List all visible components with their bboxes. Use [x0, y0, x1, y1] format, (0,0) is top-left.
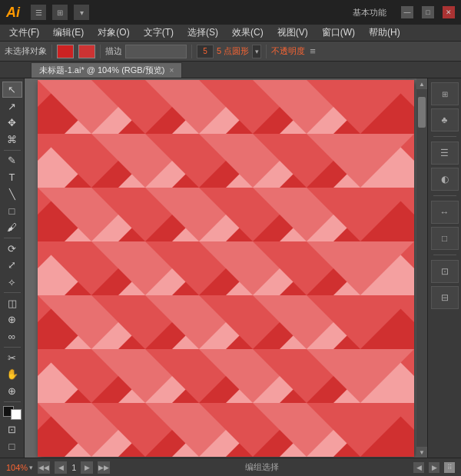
- status-bar: 104% ▾ ◀◀ ◀ 1 ▶ ▶▶ 编组选择 ◀ ▶ ⠿: [0, 458, 461, 476]
- nav-first-btn[interactable]: ◀◀: [38, 461, 50, 474]
- zoom-value: 104%: [6, 463, 28, 472]
- menu-icon[interactable]: ☰: [31, 5, 46, 20]
- menu-bar: 文件(F) 编辑(E) 对象(O) 文字(T) 选择(S) 效果(C) 视图(V…: [0, 25, 461, 42]
- tool-line[interactable]: ╲: [2, 186, 22, 202]
- tab-title: 未标题-1.ai* @ 104% (RGB/预览): [39, 65, 164, 76]
- right-panel: ⊞ ♣ ☰ ◐ ↔ □ ⊡ ⊟: [427, 78, 461, 458]
- panel-btn-3[interactable]: ☰: [431, 141, 459, 165]
- tool-pen[interactable]: ✎: [2, 153, 22, 169]
- status-text: 编组选择: [245, 461, 279, 473]
- toolbar-separator3: [4, 292, 21, 293]
- menu-window[interactable]: 窗口(W): [316, 25, 361, 41]
- maximize-button[interactable]: □: [422, 6, 434, 18]
- tool-blend[interactable]: ∞: [2, 328, 22, 345]
- status-left-arrow[interactable]: ◀: [413, 462, 424, 473]
- tab-close-button[interactable]: ×: [169, 66, 174, 75]
- dropdown-icon[interactable]: ▾: [74, 5, 89, 20]
- resize-handle[interactable]: ⠿: [444, 462, 455, 473]
- panel-separator3: [433, 255, 456, 255]
- toolbar-separator5: [4, 401, 21, 402]
- panel-separator2: [433, 195, 456, 196]
- menu-type[interactable]: 文字(T): [138, 25, 180, 41]
- tool-magic-wand[interactable]: ✥: [2, 115, 22, 131]
- tool-scale[interactable]: ⤢: [2, 258, 22, 274]
- tool-type[interactable]: T: [2, 169, 22, 185]
- toolbar-separator2: [4, 238, 21, 238]
- no-selection-label: 未选择对象: [5, 45, 47, 57]
- tool-hand[interactable]: ✋: [2, 366, 22, 382]
- panel-btn-7[interactable]: ⊡: [431, 260, 459, 283]
- stroke-swatch[interactable]: [11, 409, 22, 420]
- tool-screen-mode[interactable]: □: [2, 438, 22, 454]
- minimize-button[interactable]: —: [401, 6, 413, 18]
- panel-btn-8[interactable]: ⊟: [431, 286, 459, 309]
- scroll-thumb[interactable]: [418, 97, 426, 128]
- tool-rect[interactable]: □: [2, 203, 22, 219]
- tool-gradient[interactable]: ◫: [2, 295, 22, 311]
- preset-label: 基本功能: [353, 7, 386, 18]
- tool-eyedropper[interactable]: ⊕: [2, 311, 22, 328]
- canvas-area: ▲ ▼: [25, 78, 427, 458]
- tool-direct-select[interactable]: ↗: [2, 98, 22, 115]
- fill-color2[interactable]: [78, 45, 95, 58]
- menu-effect[interactable]: 效果(C): [226, 25, 270, 41]
- menu-file[interactable]: 文件(F): [3, 25, 45, 41]
- opacity-options-icon[interactable]: ≡: [310, 45, 316, 57]
- workspace-icon[interactable]: ⊞: [52, 5, 68, 20]
- tool-scissors[interactable]: ✂: [2, 350, 22, 366]
- panel-btn-4[interactable]: ◐: [431, 168, 459, 191]
- nav-next-btn[interactable]: ▶: [81, 461, 93, 474]
- menu-select[interactable]: 选择(S): [181, 25, 224, 41]
- ai-logo: Ai: [6, 5, 20, 21]
- artwork-canvas: [38, 80, 414, 457]
- panel-separator: [433, 136, 456, 137]
- panel-btn-5[interactable]: ↔: [431, 201, 459, 224]
- opacity-label: 不透明度: [271, 45, 305, 57]
- status-right-arrow[interactable]: ▶: [429, 462, 439, 473]
- shape-label: 5 点圆形: [217, 45, 249, 57]
- title-bar: Ai ☰ ⊞ ▾ 基本功能 — □ ✕: [0, 0, 461, 25]
- tool-lasso[interactable]: ⌘: [2, 131, 22, 148]
- menu-object[interactable]: 对象(O): [91, 25, 135, 41]
- tool-zoom[interactable]: ⊕: [2, 383, 22, 399]
- nav-last-btn[interactable]: ▶▶: [98, 461, 110, 474]
- menu-view[interactable]: 视图(V): [271, 25, 314, 41]
- document-tab[interactable]: 未标题-1.ai* @ 104% (RGB/预览) ×: [31, 62, 182, 78]
- tool-paintbrush[interactable]: 🖌: [2, 219, 22, 235]
- workspace: ↖ ↗ ✥ ⌘ ✎ T ╲ □ 🖌 ⟳ ⤢ ⟡ ◫ ⊕ ∞ ✂ ✋ ⊕ ⊡ □: [0, 78, 461, 458]
- stroke-label: 描边: [105, 45, 122, 57]
- points-dropdown[interactable]: ▾: [252, 45, 261, 58]
- zoom-control[interactable]: 104% ▾: [6, 463, 33, 472]
- scroll-track[interactable]: [416, 89, 427, 447]
- zoom-dropdown[interactable]: ▾: [29, 464, 33, 471]
- toolbar-separator: [4, 150, 21, 151]
- scroll-up-arrow[interactable]: ▲: [416, 78, 427, 89]
- stroke-color[interactable]: [125, 45, 187, 58]
- tool-rotate[interactable]: ⟳: [2, 241, 22, 257]
- page-number: 1: [71, 463, 76, 472]
- tool-select[interactable]: ↖: [2, 82, 22, 98]
- close-button[interactable]: ✕: [443, 6, 455, 18]
- left-toolbar: ↖ ↗ ✥ ⌘ ✎ T ╲ □ 🖌 ⟳ ⤢ ⟡ ◫ ⊕ ∞ ✂ ✋ ⊕ ⊡ □: [0, 78, 25, 458]
- toolbar-separator4: [4, 347, 21, 348]
- scroll-down-arrow[interactable]: ▼: [416, 447, 427, 458]
- fill-color[interactable]: [57, 45, 74, 58]
- tool-draw-mode[interactable]: ⊡: [2, 422, 22, 438]
- panel-btn-1[interactable]: ⊞: [431, 82, 459, 105]
- point-size[interactable]: 5: [197, 45, 214, 58]
- panel-btn-2[interactable]: ♣: [431, 108, 459, 131]
- menu-edit[interactable]: 编辑(E): [47, 25, 90, 41]
- menu-help[interactable]: 帮助(H): [363, 25, 406, 41]
- nav-prev-btn[interactable]: ◀: [55, 461, 67, 474]
- panel-btn-6[interactable]: □: [431, 227, 459, 250]
- options-bar: 未选择对象 描边 5 5 点圆形 ▾ 不透明度 ≡: [0, 42, 461, 62]
- tool-warp[interactable]: ⟡: [2, 274, 22, 290]
- tab-bar: 未标题-1.ai* @ 104% (RGB/预览) ×: [0, 62, 461, 78]
- vertical-scrollbar[interactable]: ▲ ▼: [416, 78, 427, 458]
